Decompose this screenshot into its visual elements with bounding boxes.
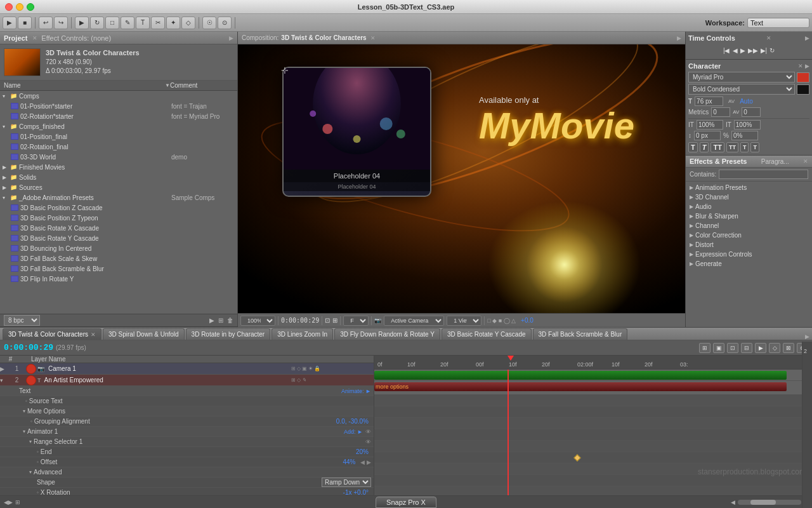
tl-tab-lines-zoom[interactable]: 3D Lines Zoom In	[272, 328, 333, 340]
superscript-button[interactable]: T	[740, 142, 749, 152]
toolbar-btn-1[interactable]: ▶	[3, 17, 16, 29]
tl-bottom-btn-1[interactable]: ◀▶	[4, 499, 13, 505]
toolbar-btn-rotate[interactable]: ↻	[90, 17, 104, 29]
comp-tool-icon-1[interactable]: ⊡	[325, 317, 330, 324]
tl-tool-4[interactable]: ⊟	[741, 343, 752, 353]
tl-prop-offset-val[interactable]: 44%	[343, 458, 360, 465]
v-scale-input[interactable]	[734, 120, 761, 130]
toolbar-btn-2[interactable]: ■	[18, 17, 32, 29]
baseline-input[interactable]	[694, 131, 721, 140]
effect-item-distort[interactable]: ▶ Distort	[686, 240, 812, 250]
toolbar-btn-brush[interactable]: ✂	[151, 17, 165, 29]
more-options-label[interactable]: more options	[376, 384, 409, 390]
allcaps-button[interactable]: TT	[710, 142, 724, 152]
tl-offset-nav[interactable]: ◀ ▶	[360, 459, 371, 465]
tl-shape-select[interactable]: Ramp Down Ramp Up Square	[322, 478, 371, 487]
panel-menu-btn[interactable]: ▶	[229, 35, 233, 41]
tc-first-frame[interactable]: |◀	[723, 47, 730, 54]
smallcaps-button[interactable]: TT	[726, 142, 738, 152]
time-controls-close[interactable]: ✕	[766, 35, 771, 41]
toolbar-btn-text[interactable]: T	[136, 17, 150, 29]
tree-item-solids[interactable]: ▶ 📁 Solids	[0, 172, 237, 182]
tree-item-3d-pos-z-cascade[interactable]: 3D Basic Position Z Cascade	[0, 203, 237, 213]
keyframe-diamond[interactable]	[573, 454, 580, 461]
subscript-button[interactable]: T	[750, 142, 759, 152]
tl-icon-txt-2[interactable]: ◇	[297, 377, 301, 383]
tree-item-3d-rot-y[interactable]: 3D Basic Rotate Y Cascade	[0, 233, 237, 243]
toolbar-btn-eraser[interactable]: ◇	[181, 17, 195, 29]
tree-item-3d-pos-z-typeon[interactable]: 3D Basic Position Z Typeon	[0, 213, 237, 223]
tc-play[interactable]: ▶	[740, 47, 745, 54]
comp-tool-icon-2[interactable]: ⊞	[332, 317, 337, 324]
quality-select[interactable]: Full Half Third	[343, 316, 369, 326]
av-input[interactable]	[742, 107, 761, 117]
tc-play-forward[interactable]: ▶▶	[748, 47, 758, 54]
effects-close[interactable]: ✕	[803, 158, 808, 164]
comp-preview-area[interactable]: Placeholder 04 Placeholder 04 Available …	[238, 44, 685, 313]
tl-eye-anim[interactable]: 👁	[365, 429, 371, 435]
effect-item-color-correction[interactable]: ▶ Color Correction	[686, 231, 812, 240]
para-tab[interactable]: Paragra...	[761, 158, 789, 165]
project-tab[interactable]: Project	[4, 34, 27, 42]
tree-item-finished-movies[interactable]: ▶ 📁 Finished Movies	[0, 162, 237, 172]
tl-add-btn[interactable]: Add: ►	[341, 429, 365, 435]
tl-expand-camera[interactable]: ▶	[0, 366, 9, 372]
tl-prop-arrow-more[interactable]: ▾	[23, 408, 25, 414]
timeline-tab-active[interactable]: 3D Twist & Color Characters ✕	[3, 328, 102, 340]
tl-prop-arrow-range[interactable]: ▾	[29, 439, 32, 444]
footer-btn-3[interactable]: 🗑	[227, 317, 233, 324]
effect-item-channel[interactable]: ▶ Channel	[686, 221, 812, 231]
comp-viewer-menu[interactable]: ▶	[677, 35, 681, 41]
toolbar-btn-orbit[interactable]: ⊙	[218, 17, 232, 29]
timeline-current-time[interactable]: 0:00:00:29	[4, 343, 53, 352]
font-size-input[interactable]	[695, 97, 723, 106]
font-style-select[interactable]: Bold Condensed	[688, 84, 795, 95]
tree-item-sources[interactable]: ▶ 📁 Sources	[0, 182, 237, 192]
zoom-button[interactable]	[27, 3, 34, 11]
time-controls-menu[interactable]: ▶	[805, 35, 809, 41]
tl-tab-fly-down[interactable]: 3D Fly Down Random & Rotate Y	[334, 328, 440, 340]
tl-tab-rotate-char[interactable]: 3D Rotate in by Character	[186, 328, 271, 340]
effect-item-animation-presets[interactable]: ▶ Animation Presets	[686, 183, 812, 192]
view-select[interactable]: 1 View 2 Views 4 Views	[447, 316, 481, 326]
tree-item-pos-final[interactable]: 01-Position_final	[0, 131, 237, 142]
kerning-value[interactable]: Auto	[740, 98, 753, 105]
workspace-select[interactable]: Text Standard Motion Tracking	[747, 18, 809, 28]
toolbar-btn-pen[interactable]: ✎	[121, 17, 134, 29]
tl-expand-text[interactable]: ▾	[0, 377, 9, 384]
timeline-tabs-menu[interactable]: ▶	[805, 333, 809, 340]
tree-item-position-starter[interactable]: 01-Position*starter font = Trajan	[0, 101, 237, 111]
tl-icon-cam-1[interactable]: ⊞	[291, 366, 296, 371]
zoom-select[interactable]: 100% 50% 200%	[240, 316, 275, 326]
toolbar-btn-stamp[interactable]: ✦	[166, 17, 180, 29]
toolbar-btn-select[interactable]: ▶	[75, 17, 89, 29]
tree-item-adobe-presets[interactable]: ▾ 📁 _Adobe Animation Presets Sample Comp…	[0, 192, 237, 203]
effect-item-generate[interactable]: ▶ Generate	[686, 259, 812, 269]
tl-icon-cam-lock[interactable]: 🔒	[314, 366, 320, 371]
char-panel-menu[interactable]: ▶	[805, 63, 809, 69]
tree-item-comps[interactable]: ▾ 📁 Comps	[0, 91, 237, 101]
tree-item-rot-final[interactable]: 02-Rotation_final	[0, 142, 237, 152]
tl-icon-txt-1[interactable]: ⊞	[291, 377, 296, 383]
tl-tab-fall-blur[interactable]: 3D Fall Back Scramble & Blur	[533, 328, 628, 340]
italic-button[interactable]: T	[700, 142, 709, 152]
toolbar-btn-camera[interactable]: ☉	[202, 17, 216, 29]
minimize-button[interactable]	[16, 3, 23, 11]
effect-item-3d-channel[interactable]: ▶ 3D Channel	[686, 192, 812, 202]
tl-bottom-btn-2[interactable]: ⊞	[15, 499, 20, 505]
toolbar-btn-undo[interactable]: ↩	[39, 17, 53, 29]
char-panel-close[interactable]: ✕	[798, 63, 803, 69]
tl-tool-3[interactable]: ⊡	[727, 343, 738, 353]
tree-item-3d-fall-blur[interactable]: 3D Fall Back Scramble & Blur	[0, 264, 237, 274]
h-scale-input[interactable]	[697, 120, 723, 130]
tree-item-comps-finished[interactable]: ▾ 📁 Comps_finished	[0, 121, 237, 131]
tc-loop[interactable]: ↻	[769, 47, 775, 54]
tl-tool-1[interactable]: ⊞	[699, 343, 710, 353]
toolbar-btn-redo[interactable]: ↪	[54, 17, 68, 29]
bold-button[interactable]: T	[688, 142, 698, 152]
tree-item-3dworld[interactable]: 03-3D World demo	[0, 152, 237, 162]
comp-viewer-name[interactable]: 3D Twist & Color Characters	[281, 34, 366, 41]
tl-tool-7[interactable]: ⊠	[783, 343, 794, 353]
tc-play-back[interactable]: ◀	[733, 47, 738, 54]
tl-prop-grouping-val[interactable]: 0.0, -30.0%	[336, 418, 374, 425]
